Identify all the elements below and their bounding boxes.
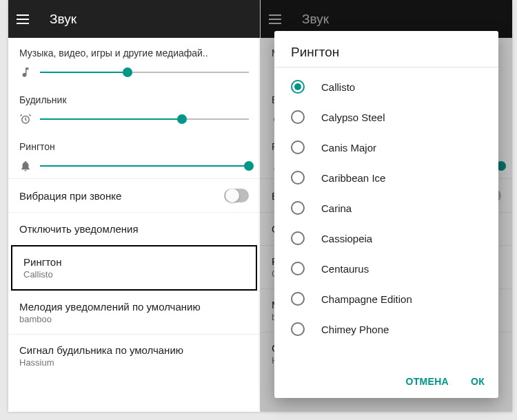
settings-panel-left: Звук Музыка, видео, игры и другие медиаф… xyxy=(8,0,260,412)
page-title: Звук xyxy=(50,12,77,27)
alarm-volume-section: Будильник xyxy=(8,85,260,132)
ringtone-option[interactable]: Champagne Edition xyxy=(274,284,498,314)
ringtone-option-label: Champagne Edition xyxy=(321,293,412,305)
radio-unchecked-icon xyxy=(291,231,305,245)
ring-volume-slider[interactable] xyxy=(40,159,249,173)
menu-icon[interactable] xyxy=(17,11,33,28)
media-volume-section: Музыка, видео, игры и другие медиафай.. xyxy=(8,38,260,85)
dnd-item[interactable]: Отключить уведомления xyxy=(8,212,260,245)
alarm-sound-value: Hassium xyxy=(19,357,249,368)
ringtone-option[interactable]: Chimey Phone xyxy=(274,314,498,344)
ringtone-label: Рингтон xyxy=(23,256,245,268)
ringtone-option[interactable]: Callisto xyxy=(274,72,498,102)
ringtone-option-label: Chimey Phone xyxy=(321,324,389,335)
sound-settings-list: Музыка, видео, игры и другие медиафай.. … xyxy=(8,38,260,377)
radio-unchecked-icon xyxy=(291,262,305,275)
radio-unchecked-icon xyxy=(291,201,305,215)
radio-checked-icon xyxy=(291,80,305,94)
ringtone-dialog: Рингтон CallistoCalypso SteelCanis Major… xyxy=(274,31,498,398)
alarm-sound-label: Сигнал будильника по умолчанию xyxy=(19,344,249,356)
ringtone-option-label: Carina xyxy=(321,202,352,214)
notification-sound-value: bamboo xyxy=(19,314,249,324)
appbar: Звук xyxy=(8,0,260,38)
alarm-sound-item[interactable]: Сигнал будильника по умолчанию Hassium xyxy=(8,334,260,377)
ringtone-option[interactable]: Canis Major xyxy=(274,132,498,162)
radio-unchecked-icon xyxy=(291,110,305,124)
radio-unchecked-icon xyxy=(291,292,305,306)
ringtone-option[interactable]: Calypso Steel xyxy=(274,102,498,132)
notification-sound-item[interactable]: Мелодия уведомлений по умолчанию bamboo xyxy=(8,291,260,334)
ringtone-value: Callisto xyxy=(23,269,245,280)
radio-unchecked-icon xyxy=(291,322,305,336)
vibrate-on-ring-item[interactable]: Вибрация при звонке xyxy=(8,178,260,212)
ringtone-option-label: Callisto xyxy=(321,81,355,93)
radio-unchecked-icon xyxy=(291,140,305,154)
ringtone-option-label: Cassiopeia xyxy=(321,233,372,244)
media-volume-label: Музыка, видео, игры и другие медиафай.. xyxy=(19,48,249,59)
ringtone-item[interactable]: Рингтон Callisto xyxy=(11,245,257,291)
ringtone-option-list: CallistoCalypso SteelCanis MajorCaribbea… xyxy=(274,67,498,365)
bell-icon xyxy=(19,160,32,172)
ringtone-option[interactable]: Cassiopeia xyxy=(274,223,498,253)
radio-unchecked-icon xyxy=(291,171,305,185)
ringtone-option-label: Canis Major xyxy=(321,142,376,154)
vibrate-label: Вибрация при звонке xyxy=(19,190,224,202)
ringtone-option[interactable]: Centaurus xyxy=(274,253,498,284)
music-note-icon xyxy=(19,66,32,78)
ringtone-option-label: Centaurus xyxy=(321,263,369,275)
vibrate-switch[interactable] xyxy=(224,189,249,202)
alarm-icon xyxy=(19,113,32,125)
alarm-volume-label: Будильник xyxy=(19,94,249,105)
ok-button[interactable]: ОК xyxy=(463,370,493,392)
ring-volume-section: Рингтон xyxy=(8,132,260,178)
notification-sound-label: Мелодия уведомлений по умолчанию xyxy=(19,301,249,313)
dnd-label: Отключить уведомления xyxy=(19,223,249,235)
alarm-volume-slider[interactable] xyxy=(40,112,249,126)
cancel-button[interactable]: ОТМЕНА xyxy=(397,370,456,392)
dialog-title: Рингтон xyxy=(274,31,498,67)
ringtone-option-label: Caribbean Ice xyxy=(321,172,385,184)
ringtone-option[interactable]: Caribbean Ice xyxy=(274,162,498,193)
ringtone-option-label: Calypso Steel xyxy=(321,112,385,123)
ringtone-option[interactable]: Carina xyxy=(274,193,498,223)
ring-volume-label: Рингтон xyxy=(19,141,249,152)
settings-panel-right: Звук Му Бу Ри Ви От РиCal Меban СиHa Рин… xyxy=(261,0,512,412)
media-volume-slider[interactable] xyxy=(40,65,249,79)
